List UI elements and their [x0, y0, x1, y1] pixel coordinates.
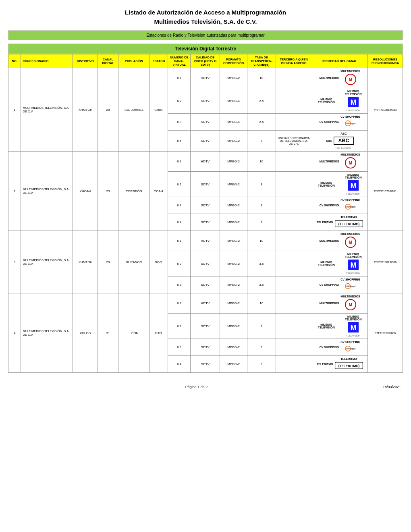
cell-calidad: SDTV: [191, 339, 220, 356]
header-no: NO.: [8, 54, 21, 68]
cell-formato: MPEG-2: [220, 293, 247, 314]
cell-formato: MPEG-2: [220, 339, 247, 356]
cell-tercero: [276, 314, 312, 339]
cell-estado: GTO.: [150, 293, 168, 373]
cell-canal-virtual: 6.4: [168, 214, 191, 231]
footer-date: 18/03/2021: [383, 385, 401, 389]
cell-identidad: MULTIMEDIOSMULTIMEDIOS M: [312, 231, 368, 251]
cell-tercero: [276, 356, 312, 373]
cell-canal-virtual: 6.2: [168, 251, 191, 276]
cell-poblacion: LEÓN: [118, 293, 150, 373]
svg-text:(TELERITMO): (TELERITMO): [338, 222, 359, 226]
cell-identidad: TELERITMOTELERITMO (TELERITMO): [312, 214, 368, 231]
cell-canal-virtual: 6.2: [168, 88, 191, 114]
cell-calidad: SDTV: [191, 114, 220, 131]
cell-tercero: [276, 231, 312, 251]
cell-calidad: HDTV: [191, 152, 220, 172]
cell-formato: MPEG-2: [220, 276, 247, 293]
cell-tasa: 3: [247, 214, 276, 231]
cell-calidad: HDTV: [191, 68, 220, 88]
cell-tasa: 10: [247, 68, 276, 88]
svg-text:ABC: ABC: [338, 138, 349, 143]
cell-tasa: 3: [247, 131, 276, 152]
subtitle-bar: Estaciones de Radio y Televisión autoriz…: [8, 30, 403, 40]
cell-canal-digital: 29: [98, 231, 118, 293]
header-concesionario: CONCESIONARIO: [21, 54, 73, 68]
cell-formato: MPEG-2: [220, 214, 247, 231]
cell-distintivo: XHMTDU: [73, 231, 98, 293]
cell-canal-virtual: 6.3: [168, 197, 191, 214]
cell-concesionario: MULTIMEDIOS TELEVISIÓN, S.A. DE C.V.: [21, 152, 73, 231]
cell-identidad: CV SHOPPINGCV SHOPPING c v shopping: [312, 197, 368, 214]
cell-identidad: CV SHOPPINGCV SHOPPING c v shopping: [312, 276, 368, 293]
cell-formato: MPEG-4: [220, 114, 247, 131]
cell-canal-digital: 23: [98, 152, 118, 231]
cell-resolucion: P/IFT/110320/86: [368, 293, 403, 373]
cell-formato: MPEG-2: [220, 152, 247, 172]
cell-identidad: CV SHOPPINGCV SHOPPING c v shopping: [312, 114, 368, 131]
cell-no: 3: [8, 231, 21, 293]
header-estado: ESTADO: [150, 54, 168, 68]
header-calidad-video: CALIDAD DE VIDEO (HDTV O SDTV): [191, 54, 220, 68]
cell-formato: MPEG-2: [220, 251, 247, 276]
svg-text:M: M: [350, 324, 356, 332]
svg-text:M: M: [349, 161, 352, 165]
cell-formato: MPEG-2: [220, 172, 247, 197]
svg-text:v shopping: v shopping: [345, 347, 356, 350]
cell-calidad: SDTV: [191, 314, 220, 339]
cell-tasa: 2.5: [247, 88, 276, 114]
header-poblacion: POBLACIÓN: [118, 54, 150, 68]
svg-text:M: M: [349, 240, 352, 245]
header-tasa: TASA DE TRANSPEREN- CIA (Mbps): [247, 54, 276, 68]
cell-formato: MPEG-2: [220, 231, 247, 251]
cell-tercero: [276, 197, 312, 214]
cell-distintivo: XHLGG: [73, 293, 98, 373]
section-header: Televisión Digital Terrestre: [8, 44, 403, 54]
cell-calidad: SDTV: [191, 197, 220, 214]
cell-tasa: 3: [247, 314, 276, 339]
svg-text:v shopping: v shopping: [345, 122, 356, 125]
cell-calidad: SDTV: [191, 356, 220, 373]
cell-canal-virtual: 6.4: [168, 356, 191, 373]
cell-estado: COAH.: [150, 152, 168, 231]
table-row: 4MULTIMEDIOS TELEVISIÓN, S.A. DE C.V.XHL…: [8, 293, 403, 314]
cell-poblacion: DURANGO: [118, 231, 150, 293]
cell-tercero: [276, 88, 312, 114]
header-numero-canal: NÚMERO DE CANAL VIRTUAL: [168, 54, 191, 68]
footer: Página 1 de 2 18/03/2021: [8, 385, 403, 389]
cell-tasa: 3: [247, 197, 276, 214]
cell-concesionario: MULTIMEDIOS TELEVISIÓN, S.A. DE C.V.: [21, 231, 73, 293]
cell-concesionario: MULTIMEDIOS TELEVISIÓN, S.A. DE C.V.: [21, 293, 73, 373]
header-tercero: TERCERO A QUIEN BRINDA ACCESO: [276, 54, 312, 68]
cell-canal-virtual: 6.3: [168, 339, 191, 356]
svg-text:(TELERITMO): (TELERITMO): [338, 364, 359, 368]
page-title: Listado de Autorización de Acceso a Mult…: [8, 8, 403, 26]
svg-text:v shopping: v shopping: [345, 206, 356, 208]
cell-tercero: [276, 172, 312, 197]
cell-no: 4: [8, 293, 21, 373]
cell-concesionario: MULTIMEDIOS TELEVISIÓN, S.A. DE C.V.: [21, 68, 73, 152]
cell-canal-virtual: 6.3: [168, 276, 191, 293]
svg-text:M: M: [350, 182, 356, 190]
cell-calidad: SDTV: [191, 131, 220, 152]
svg-text:M: M: [349, 303, 352, 307]
cell-calidad: SDTV: [191, 276, 220, 293]
footer-page: Página 1 de 2: [10, 385, 383, 389]
cell-tasa: 3: [247, 339, 276, 356]
main-table: NO. CONCESIONARIO DISTINTIVO CANAL DIGIT…: [8, 54, 403, 373]
cell-no: 1: [8, 68, 21, 152]
svg-text:M: M: [349, 77, 352, 82]
cell-identidad: MILENIO TELEVISIÓNMILENIO TELEVISIÓN M T…: [312, 88, 368, 114]
cell-tasa: 3.5: [247, 251, 276, 276]
cell-poblacion: TORREÓN: [118, 152, 150, 231]
cell-canal-virtual: 6.2: [168, 314, 191, 339]
svg-text:v shopping: v shopping: [345, 285, 356, 287]
cell-tercero: [276, 276, 312, 293]
cell-tercero: [276, 214, 312, 231]
cell-tercero: [276, 152, 312, 172]
header-canal-digital: CANAL DIGITAL: [98, 54, 118, 68]
header-formato: FORMATO COMPRESIÓN: [220, 54, 247, 68]
cell-calidad: SDTV: [191, 172, 220, 197]
header-distintivo: DISTINTIVO: [73, 54, 98, 68]
cell-tercero: [276, 251, 312, 276]
